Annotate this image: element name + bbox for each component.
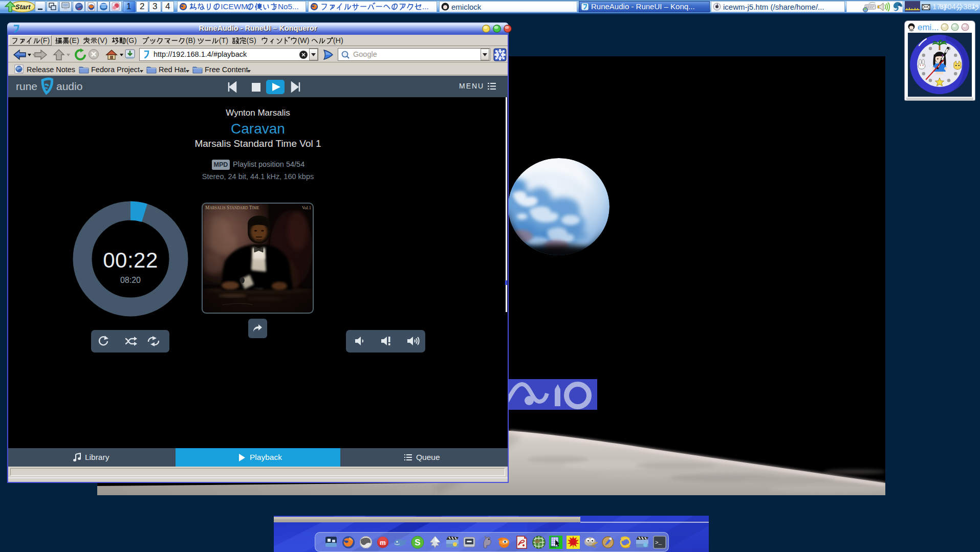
svg-text:17: 17 [932, 3, 941, 11]
svg-text:m: m [380, 539, 386, 546]
svg-text:(B): (B) [186, 36, 195, 45]
svg-text:(W): (W) [297, 36, 309, 45]
svg-text:00:22: 00:22 [103, 248, 158, 272]
svg-text:(F): (F) [40, 36, 50, 45]
svg-text:04: 04 [947, 3, 955, 11]
svg-text:(G): (G) [126, 36, 137, 45]
svg-text:ICEWM: ICEWM [221, 2, 248, 11]
svg-text:S: S [415, 538, 420, 547]
svg-text:Vol.1: Vol.1 [302, 205, 311, 210]
svg-text:No5...: No5... [278, 2, 299, 11]
svg-text:(E): (E) [70, 36, 79, 45]
svg-text:Start: Start [15, 3, 31, 11]
svg-text:>_: >_ [655, 540, 662, 546]
svg-text:(H): (H) [333, 36, 343, 45]
svg-text:(V): (V) [98, 36, 107, 45]
svg-text:...: ... [422, 2, 429, 11]
svg-text:08:20: 08:20 [120, 276, 141, 284]
svg-text:MARSALIS STANDARD TIME: MARSALIS STANDARD TIME [205, 205, 259, 210]
svg-text:NEDi: NEDi [550, 546, 556, 549]
svg-text:(T): (T) [219, 36, 228, 45]
svg-text:38: 38 [963, 3, 971, 11]
svg-text:(S): (S) [247, 36, 256, 45]
